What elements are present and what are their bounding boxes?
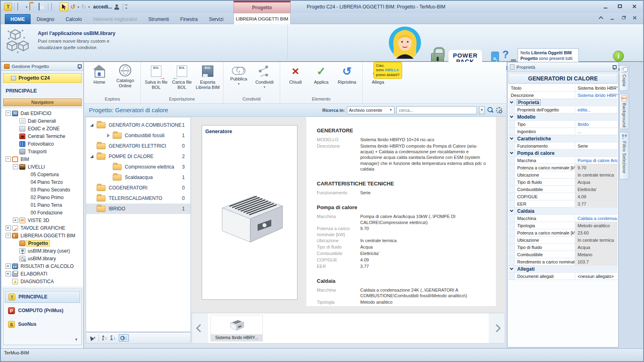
login-button[interactable]: accedi... xyxy=(92,4,120,10)
sort-za-button[interactable]: ZA↓ xyxy=(110,335,116,341)
expander-icon[interactable] xyxy=(89,185,95,191)
property-row[interactable]: Macchina Pompa di calore Aria/A xyxy=(508,157,617,164)
expander-icon[interactable] xyxy=(13,118,18,123)
ribbon-tab[interactable]: Calcolo xyxy=(60,14,87,24)
help-support-icon[interactable]: ? xyxy=(502,50,516,64)
expander-icon[interactable] xyxy=(105,133,111,138)
property-row[interactable]: Documenti allegati <nessun allegato> xyxy=(508,273,617,280)
module-item[interactable]: P COMPUTO (PriMus) xyxy=(5,304,80,317)
doc-close-button[interactable]: ✕ xyxy=(632,15,638,21)
property-row[interactable]: Tipo di fluido Acqua xyxy=(508,244,617,251)
folder-row[interactable]: GENERATORI A COMBUSTIONE 1 xyxy=(86,120,190,130)
doc-minimize-button[interactable] xyxy=(609,15,615,21)
toolbar-button[interactable]: Home xyxy=(87,64,112,88)
redo-dropdown[interactable]: ▾ xyxy=(88,5,90,9)
expander-icon[interactable] xyxy=(13,141,18,146)
module-item[interactable]: T PRINCIPALE xyxy=(5,291,80,303)
print-button[interactable] xyxy=(50,3,58,10)
toolbar-button[interactable]: BOL Carica file BOL xyxy=(169,64,195,93)
folder-row[interactable]: COGENERATORI 0 xyxy=(86,183,190,193)
collapse-ribbon-button[interactable] xyxy=(598,15,604,21)
expander-icon[interactable] xyxy=(13,149,18,154)
tree-item[interactable]: VISTE 3D xyxy=(2,216,83,224)
usbim-library-launcher[interactable]: Apri l'applicazione usBIM.library Puoi c… xyxy=(6,27,130,53)
property-value[interactable]: Metodo analitico xyxy=(575,222,617,229)
expander-icon[interactable] xyxy=(89,154,95,159)
chevron-down-icon[interactable] xyxy=(510,136,513,140)
expander-icon[interactable] xyxy=(6,225,11,230)
expander-icon[interactable] xyxy=(89,143,95,149)
tree-item[interactable]: DIAGNOSTICA xyxy=(2,278,83,285)
expander-icon[interactable] xyxy=(6,111,11,116)
search-icon[interactable] xyxy=(487,107,494,114)
ribbon-tab[interactable]: Interventi migliorativi xyxy=(88,14,142,24)
info-button[interactable]: i xyxy=(613,51,624,62)
property-row[interactable]: Modello xyxy=(508,113,617,121)
toolbar-button[interactable]: Catalogo Online xyxy=(112,64,138,92)
project-document-tab[interactable]: Progetto xyxy=(233,1,291,13)
property-value[interactable]: Acqua xyxy=(575,179,617,185)
property-value[interactable]: 3.77 xyxy=(575,200,617,207)
sort-az-button[interactable]: AZ↓ xyxy=(102,335,107,341)
property-value[interactable]: 103.7 xyxy=(575,258,617,265)
expander-icon[interactable] xyxy=(13,134,18,139)
ribbon-tab[interactable]: Strumenti xyxy=(143,14,174,24)
selection-mode-button[interactable]: ▾ xyxy=(89,336,95,340)
property-row[interactable]: COP/GUE 4.09 xyxy=(508,193,617,200)
property-row[interactable]: Tipo Ibrido xyxy=(508,121,617,128)
property-row[interactable]: Caratteristiche xyxy=(508,135,617,142)
tree-item[interactable]: 03 Piano Secondo xyxy=(2,186,83,193)
chevron-down-icon[interactable] xyxy=(510,209,513,212)
folder-row[interactable]: Combustibili fossili 1 xyxy=(86,130,190,141)
expander-icon[interactable] xyxy=(21,195,26,200)
property-row[interactable]: Ingombro ... xyxy=(508,128,617,135)
folder-row[interactable]: IBRIDO 1 xyxy=(86,204,190,214)
property-value[interactable]: Acqua xyxy=(575,244,617,251)
select-tool-button[interactable] xyxy=(60,2,68,11)
property-row[interactable]: Descrizione Sistema ibrido HBRYD xyxy=(508,92,617,99)
pin-icon[interactable] xyxy=(612,65,616,70)
property-row[interactable]: Macchina Caldaia a condensazio xyxy=(508,215,617,222)
chevron-down-icon[interactable] xyxy=(510,267,513,270)
tree-item[interactable]: usBIM.library (user) xyxy=(2,247,83,255)
tree-item[interactable]: usBIM.library xyxy=(2,255,83,262)
property-value[interactable]: ... xyxy=(575,128,617,135)
side-tab[interactable]: Filtro Selezione xyxy=(619,132,629,179)
tree-item[interactable]: Dati Generali xyxy=(2,117,83,125)
property-value[interactable]: Pompa di calore Aria/A xyxy=(575,157,617,164)
property-value[interactable]: Sistema Ibrido HBRYD xyxy=(575,84,617,91)
toolbar-button[interactable]: BOL Esporta Libreria BIM xyxy=(195,64,221,93)
scroll-left-button[interactable] xyxy=(192,313,208,343)
property-value[interactable]: 4.09 xyxy=(575,193,617,200)
expander-icon[interactable] xyxy=(13,248,18,253)
expander-icon[interactable] xyxy=(13,126,18,131)
tree-item[interactable]: 01 Piano Terra xyxy=(2,201,83,209)
new-file-dropdown[interactable]: ▾ xyxy=(26,5,27,9)
expander-icon[interactable] xyxy=(89,195,95,201)
folder-row[interactable]: Compressione elettrica 3 xyxy=(86,162,190,172)
doc-restore-button[interactable] xyxy=(621,15,626,21)
tree-item[interactable]: 00 Fondazione xyxy=(2,209,83,216)
expander-icon[interactable] xyxy=(6,233,11,238)
property-row[interactable]: Proprietà xyxy=(508,99,617,106)
sibilla-avatar[interactable] xyxy=(388,26,422,60)
toolbar-button[interactable]: BOL Salva in file BOL xyxy=(143,64,169,93)
folder-row[interactable]: TELERISCALDAMENTO 0 xyxy=(86,193,190,204)
expander-icon[interactable] xyxy=(13,241,18,246)
folder-row[interactable]: Scaldaacqua 1 xyxy=(86,172,190,183)
property-row[interactable]: Titolo Sistema Ibrido HBRYD xyxy=(508,84,617,92)
undo-dropdown[interactable]: ▾ xyxy=(78,5,79,9)
property-row[interactable]: Funzionamento Serie xyxy=(508,142,617,150)
property-value[interactable]: edita... xyxy=(575,106,617,113)
property-value[interactable]: <nessun allegato> xyxy=(575,273,617,280)
expander-icon[interactable] xyxy=(21,210,26,215)
tree-item[interactable]: Trasporti xyxy=(2,148,83,155)
property-row[interactable]: Proprietà dell'oggetto edita... xyxy=(508,106,617,113)
tree-item[interactable]: Dati EDIFICIO xyxy=(2,109,83,117)
expander-icon[interactable] xyxy=(13,218,18,223)
property-row[interactable]: Combustibile Elettricita' xyxy=(508,186,617,193)
property-row[interactable]: Ubicazione In centrale termica xyxy=(508,171,617,179)
toolbar-button[interactable]: Condividi ▾ xyxy=(252,64,277,88)
app-logo-icon[interactable]: T xyxy=(4,3,12,11)
property-value[interactable]: Serie xyxy=(575,142,617,149)
